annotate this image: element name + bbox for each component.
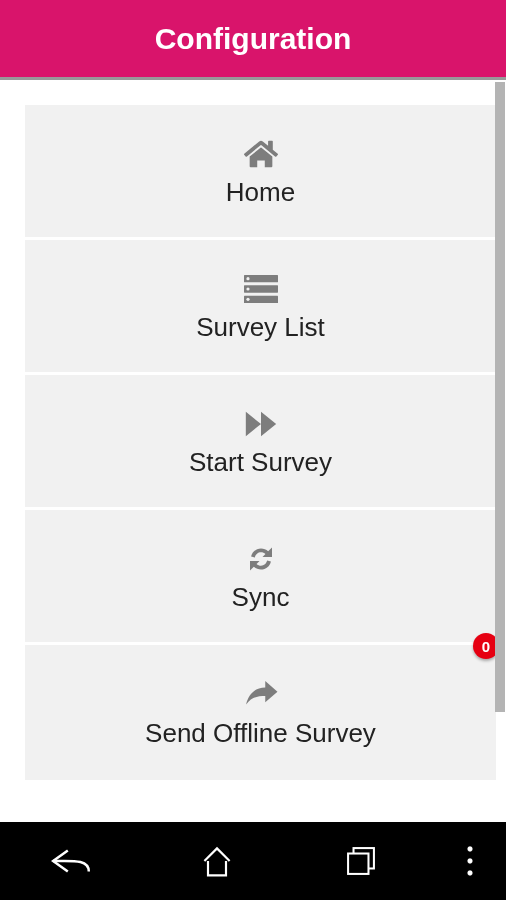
menu-item-sync[interactable]: Sync	[25, 510, 496, 645]
svg-point-8	[467, 847, 472, 852]
svg-point-4	[246, 287, 249, 290]
content-area: Home Survey List Start Survey	[0, 80, 506, 822]
android-navbar	[0, 822, 506, 900]
svg-point-10	[467, 871, 472, 876]
menu-label: Survey List	[196, 312, 325, 343]
content-inner: Home Survey List Start Survey	[0, 80, 506, 822]
svg-point-5	[246, 297, 249, 300]
fast-forward-icon	[242, 405, 280, 443]
nav-back-button[interactable]	[0, 822, 145, 900]
share-icon	[242, 676, 280, 714]
menu-item-send-offline[interactable]: 0 Send Offline Survey	[25, 645, 496, 780]
svg-point-3	[246, 277, 249, 280]
menu-label: Sync	[232, 582, 290, 613]
list-icon	[242, 270, 280, 308]
svg-rect-7	[349, 854, 369, 874]
home-icon	[242, 135, 280, 173]
menu-item-home[interactable]: Home	[25, 105, 496, 240]
menu-label: Send Offline Survey	[145, 718, 376, 749]
menu-item-survey-list[interactable]: Survey List	[25, 240, 496, 375]
nav-menu-button[interactable]	[434, 822, 506, 900]
nav-home-button[interactable]	[145, 822, 290, 900]
scrollbar[interactable]	[495, 82, 505, 712]
menu-label: Home	[226, 177, 295, 208]
config-menu: Home Survey List Start Survey	[25, 105, 496, 780]
sync-icon	[242, 540, 280, 578]
page-title: Configuration	[155, 22, 352, 56]
app-header: Configuration	[0, 0, 506, 80]
menu-item-start-survey[interactable]: Start Survey	[25, 375, 496, 510]
screen: Configuration Home Survey List	[0, 0, 506, 900]
nav-recent-button[interactable]	[289, 822, 434, 900]
svg-point-9	[467, 859, 472, 864]
menu-label: Start Survey	[189, 447, 332, 478]
